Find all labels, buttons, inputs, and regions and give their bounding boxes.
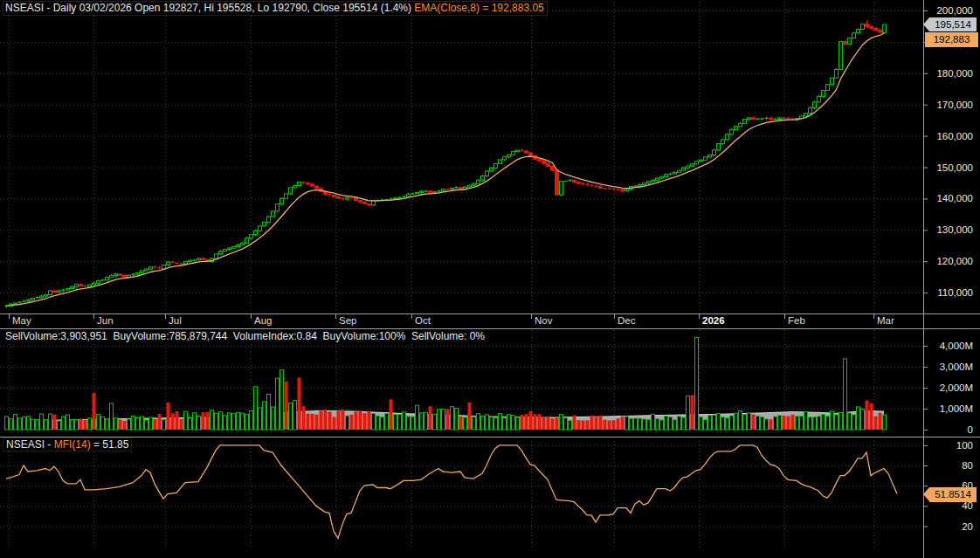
price-axis-label: 140,000 bbox=[928, 193, 973, 203]
last-price-tag: 195,514 bbox=[929, 17, 977, 31]
chart-canvas[interactable] bbox=[0, 0, 980, 558]
price-axis-label: 120,000 bbox=[928, 256, 973, 266]
volume-axis-label: 2,000M bbox=[928, 382, 973, 393]
price-title-text: NSEASI - Daily 03/02/2026 Open 192827, H… bbox=[5, 2, 414, 14]
x-axis-label-dec: Dec bbox=[618, 315, 635, 327]
mfi-value-tag: 51.8514 bbox=[929, 487, 977, 502]
price-axis-label: 150,000 bbox=[928, 162, 973, 173]
x-axis-label-jul: Jul bbox=[169, 315, 182, 327]
price-pane-title: NSEASI - Daily 03/02/2026 Open 192827, H… bbox=[3, 1, 548, 16]
mfi-axis-label: 20 bbox=[928, 521, 973, 532]
ema-value-tag: 192,883 bbox=[925, 32, 978, 47]
ema-tag-value: 192,883 bbox=[934, 34, 970, 45]
mfi-axis-label: 40 bbox=[928, 500, 973, 511]
x-axis-label-sep: Sep bbox=[339, 315, 356, 327]
price-title-ema-text: EMA(Close,8) = 192,883.05 bbox=[414, 2, 543, 14]
x-axis-label-feb: Feb bbox=[788, 315, 805, 327]
price-axis-label: 160,000 bbox=[928, 131, 973, 141]
x-axis-label-aug: Aug bbox=[254, 315, 272, 327]
price-axis-label: 130,000 bbox=[928, 224, 973, 235]
x-axis-label-mar: Mar bbox=[877, 315, 894, 327]
last-price-tag-value: 195,514 bbox=[935, 19, 971, 30]
price-axis-label: 170,000 bbox=[928, 100, 973, 110]
x-axis-label-2026: 2026 bbox=[702, 315, 725, 327]
price-axis-label: 200,000 bbox=[928, 5, 973, 16]
x-axis-label-nov: Nov bbox=[535, 315, 552, 327]
x-axis-label-oct: Oct bbox=[415, 315, 431, 327]
mfi-axis-label: 100 bbox=[928, 440, 973, 451]
mfi-pane-title: NSEASI - MFI(14) = 51.85 bbox=[3, 437, 132, 451]
volume-axis-label: 4,000M bbox=[928, 341, 973, 351]
charting-app-window: NSEASI - Daily 03/02/2026 Open 192827, H… bbox=[0, 0, 980, 558]
mfi-title-value: = 51.85 bbox=[91, 438, 129, 451]
mfi-title-symbol: NSEASI - bbox=[6, 438, 54, 451]
mfi-tag-value: 51.8514 bbox=[935, 489, 971, 499]
volume-axis-label: 0 bbox=[928, 424, 973, 435]
volume-pane-title: SellVolume:3,903,951 BuyVolume:785,879,7… bbox=[3, 330, 487, 342]
x-axis-label-jun: Jun bbox=[97, 315, 114, 327]
tag-arrow-icon bbox=[923, 487, 929, 501]
mfi-title-indicator: MFI(14) bbox=[54, 438, 91, 451]
x-axis-label-may: May bbox=[12, 315, 31, 327]
tag-arrow-icon bbox=[923, 17, 929, 31]
volume-axis-label: 3,000M bbox=[928, 362, 973, 372]
mfi-axis-label: 80 bbox=[928, 460, 973, 471]
volume-axis-label: 1,000M bbox=[928, 403, 973, 414]
price-axis-label: 180,000 bbox=[928, 68, 973, 79]
price-axis-label: 110,000 bbox=[928, 287, 973, 298]
